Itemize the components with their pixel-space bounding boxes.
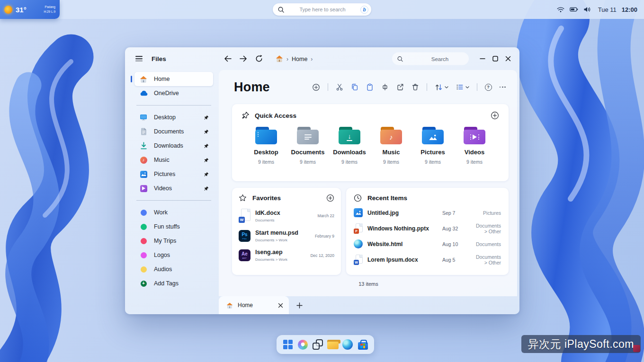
tag-dot bbox=[141, 238, 147, 244]
sidebar-item-documents[interactable]: Documents bbox=[134, 124, 213, 139]
refresh-button[interactable] bbox=[255, 54, 263, 63]
folder-count: 9 items bbox=[329, 159, 370, 165]
breadcrumb-home[interactable]: Home bbox=[292, 55, 307, 62]
pin-icon[interactable] bbox=[204, 115, 209, 120]
sidebar-tag-work[interactable]: Work bbox=[134, 205, 213, 220]
pin-icon[interactable] bbox=[204, 158, 209, 163]
more-options-button[interactable] bbox=[500, 87, 506, 88]
sidebar-item-pictures[interactable]: Pictures bbox=[134, 167, 213, 181]
recent-item[interactable]: W Lorem Ipsum.docx Aug 5 Documents > Oth… bbox=[354, 252, 501, 267]
bing-icon[interactable]: b bbox=[360, 6, 368, 14]
battery-icon[interactable] bbox=[570, 7, 578, 12]
rename-button[interactable] bbox=[381, 83, 389, 91]
photoshop-file-icon: PsPSD bbox=[239, 230, 250, 242]
sidebar-tag-audios[interactable]: Audios bbox=[134, 262, 213, 276]
folder-tile-videos[interactable]: Videos 9 items bbox=[454, 127, 495, 165]
sidebar-tag-fun-stuffs[interactable]: Fun stuffs bbox=[134, 220, 213, 234]
powerpoint-file-icon: P bbox=[354, 223, 363, 234]
help-button[interactable]: ? bbox=[485, 84, 492, 91]
hamburger-menu-icon[interactable] bbox=[135, 56, 143, 61]
wifi-icon[interactable] bbox=[557, 7, 564, 13]
weather-widget[interactable]: 31° Padang H:29 L:9 bbox=[0, 0, 60, 19]
toolbar: ? bbox=[312, 83, 506, 91]
folder-name: Downloads bbox=[329, 149, 370, 156]
window-titlebar[interactable]: Files › Home › bbox=[125, 47, 519, 70]
recent-item[interactable]: Untitled.jpg Sep 7 Pictures bbox=[354, 205, 501, 221]
share-button[interactable] bbox=[396, 83, 404, 91]
watermark-badge bbox=[633, 345, 640, 352]
taskbar-search-input[interactable] bbox=[286, 7, 358, 12]
back-button[interactable] bbox=[224, 54, 232, 63]
sidebar-item-home[interactable]: Home bbox=[134, 72, 213, 86]
sidebar-item-music[interactable]: ♪ Music bbox=[134, 153, 213, 167]
folder-tile-music[interactable]: ♪ Music 9 items bbox=[370, 127, 412, 165]
weather-temperature: 31° bbox=[16, 6, 27, 14]
file-name: IdK.docx bbox=[255, 210, 313, 216]
videos-folder-icon bbox=[464, 127, 485, 144]
folder-tile-desktop[interactable]: Desktop 9 items bbox=[245, 127, 287, 165]
minimize-button[interactable] bbox=[478, 54, 487, 63]
new-tab-button[interactable] bbox=[289, 296, 310, 314]
file-path: Documents > Work bbox=[255, 257, 305, 262]
sidebar-item-downloads[interactable]: Downloads bbox=[134, 139, 213, 153]
sidebar-add-tags[interactable]: + Add Tags bbox=[134, 276, 213, 291]
home-icon[interactable] bbox=[276, 55, 283, 62]
volume-icon[interactable] bbox=[583, 7, 591, 12]
recent-item[interactable]: Website.html Aug 10 Documents bbox=[354, 236, 501, 252]
taskbar-search[interactable]: b bbox=[273, 3, 371, 16]
tab-close-icon[interactable] bbox=[278, 303, 283, 308]
window-controls bbox=[478, 54, 513, 63]
pin-icon[interactable] bbox=[204, 186, 209, 191]
paste-button[interactable] bbox=[366, 83, 374, 91]
task-view-icon[interactable] bbox=[312, 338, 324, 351]
maximize-button[interactable] bbox=[491, 54, 500, 63]
edge-icon[interactable] bbox=[341, 338, 354, 351]
file-date: February 9 bbox=[315, 234, 334, 238]
copilot-icon[interactable] bbox=[296, 338, 309, 351]
new-item-button[interactable] bbox=[312, 83, 320, 91]
watermark: 异次元 iPlaySoft.com bbox=[521, 335, 641, 353]
files-window: Files › Home › bbox=[125, 47, 519, 314]
start-button[interactable] bbox=[282, 338, 294, 351]
tray-date[interactable]: Tue 11 bbox=[598, 6, 617, 13]
favorite-item[interactable]: AeAEP Iseng.aep Documents > Work Dec 12,… bbox=[239, 249, 334, 262]
home-icon bbox=[226, 302, 233, 309]
microsoft-store-icon[interactable] bbox=[357, 338, 369, 351]
folder-tile-downloads[interactable]: ↓ Downloads 9 items bbox=[329, 127, 370, 165]
copy-button[interactable] bbox=[351, 83, 358, 91]
sort-button[interactable] bbox=[435, 84, 448, 91]
close-button[interactable] bbox=[503, 54, 513, 63]
cut-button[interactable] bbox=[336, 83, 343, 91]
pin-icon[interactable] bbox=[204, 172, 209, 177]
delete-button[interactable] bbox=[411, 83, 419, 91]
tab-home[interactable]: Home bbox=[219, 296, 289, 314]
files-search-box[interactable] bbox=[392, 53, 469, 65]
sidebar-tag-logos[interactable]: Logos bbox=[134, 248, 213, 262]
folder-count: 9 items bbox=[412, 159, 454, 165]
sidebar-item-onedrive[interactable]: OneDrive bbox=[134, 86, 213, 100]
tray-time[interactable]: 12:00 bbox=[622, 6, 637, 13]
view-options-button[interactable] bbox=[456, 84, 469, 90]
favorite-item[interactable]: PsPSD Start menu.psd Documents > Work Fe… bbox=[239, 230, 334, 242]
pin-icon[interactable] bbox=[204, 143, 209, 149]
file-name: Iseng.aep bbox=[255, 249, 305, 256]
quick-access-card: Quick Access Desktop 9 items bbox=[232, 104, 509, 181]
add-quick-access-button[interactable] bbox=[491, 111, 499, 120]
folder-tile-documents[interactable]: Documents 9 items bbox=[287, 127, 329, 165]
pin-icon[interactable] bbox=[204, 129, 209, 134]
files-search-input[interactable] bbox=[403, 56, 476, 62]
add-favorite-button[interactable] bbox=[326, 194, 334, 202]
sidebar-tag-my-trips[interactable]: My Trips bbox=[134, 234, 213, 248]
favorite-item[interactable]: W IdK.docx Documents March 22 bbox=[239, 209, 334, 223]
forward-button[interactable] bbox=[239, 54, 248, 63]
after-effects-file-icon: AeAEP bbox=[239, 249, 250, 261]
status-bar-items-count: 13 items bbox=[227, 281, 510, 287]
file-explorer-icon[interactable] bbox=[327, 338, 339, 351]
recent-item[interactable]: P Windows Nothing.pptx Aug 32 Documents … bbox=[354, 221, 501, 236]
folder-tile-pictures[interactable]: Pictures 9 items bbox=[412, 127, 454, 165]
pictures-folder-icon bbox=[422, 127, 444, 144]
folder-count: 9 items bbox=[287, 159, 329, 165]
sidebar-item-videos[interactable]: Videos bbox=[134, 181, 213, 195]
sidebar-item-desktop[interactable]: Desktop bbox=[134, 110, 213, 124]
tag-label: Audios bbox=[154, 266, 172, 273]
